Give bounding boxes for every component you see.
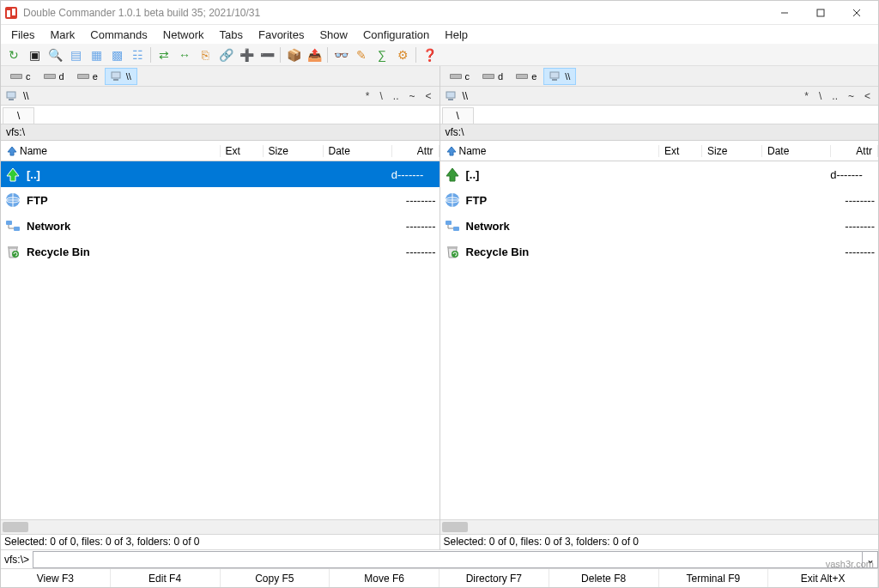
fkey-directory[interactable]: Directory F7	[440, 569, 549, 587]
compare-icon[interactable]: 👓	[331, 45, 350, 64]
left-h-scrollbar[interactable]	[1, 519, 440, 534]
panels: cde\\ \\ * \..~<\vfs:\Name Ext Size Date…	[1, 66, 878, 549]
list-item[interactable]: [..] d-------	[440, 161, 879, 187]
left-location-label[interactable]: vfs:\	[1, 124, 440, 141]
menu-favorites[interactable]: Favorites	[252, 27, 311, 43]
close-button[interactable]	[839, 2, 875, 24]
left-drive-c[interactable]: c	[4, 68, 37, 85]
svg-rect-33	[446, 92, 455, 98]
right-drive-d[interactable]: d	[476, 68, 509, 85]
left-tab[interactable]: \	[3, 107, 34, 124]
path-text[interactable]: \\	[463, 90, 469, 102]
col-size[interactable]: Size	[702, 145, 762, 157]
fkey-view[interactable]: View F3	[1, 569, 111, 587]
nav-btn-2[interactable]: ~	[406, 90, 417, 102]
list-item[interactable]: FTP --------	[1, 187, 440, 213]
scroll-left-icon[interactable]	[442, 522, 468, 532]
nav-btn-1[interactable]: ..	[391, 90, 402, 102]
list-item[interactable]: Network --------	[440, 213, 879, 239]
fkey-copy[interactable]: Copy F5	[221, 569, 330, 587]
col-ext[interactable]: Ext	[221, 145, 264, 157]
list-item[interactable]: Recycle Bin --------	[440, 239, 879, 264]
unpack-icon[interactable]: 📤	[305, 45, 324, 64]
brief-view-icon[interactable]: ▤	[66, 45, 85, 64]
minimize-button[interactable]	[767, 2, 803, 24]
add-icon[interactable]: ➕	[237, 45, 256, 64]
menu-help[interactable]: Help	[438, 27, 475, 43]
svg-rect-10	[45, 75, 55, 78]
list-item[interactable]: Recycle Bin --------	[1, 239, 440, 264]
left-drive-netnet[interactable]: \\	[105, 68, 137, 85]
list-item[interactable]: Network --------	[1, 213, 440, 239]
nav-btn-3[interactable]: <	[422, 90, 433, 102]
right-location-label[interactable]: vfs:\	[440, 124, 879, 141]
nav-btn-0[interactable]: \	[377, 90, 385, 102]
list-item[interactable]: [..] d-------	[1, 161, 440, 187]
nav-btn-2[interactable]: ~	[846, 90, 857, 102]
left-file-list[interactable]: [..] d-------FTP --------Network -------…	[1, 161, 440, 519]
help-icon[interactable]: ❓	[420, 45, 439, 64]
right-tab[interactable]: \	[442, 107, 474, 124]
window-title: Double Commander 1.0.1 beta build 35; 20…	[23, 7, 767, 19]
sync-icon[interactable]: ⇄	[155, 45, 173, 64]
col-attr[interactable]: Attr	[831, 145, 878, 157]
col-date[interactable]: Date	[324, 145, 392, 157]
up-icon	[4, 166, 21, 183]
command-input[interactable]	[33, 551, 863, 568]
menu-files[interactable]: Files	[4, 27, 41, 43]
col-date[interactable]: Date	[762, 145, 831, 157]
menu-commands[interactable]: Commands	[83, 27, 154, 43]
nav-btn-0[interactable]: \	[816, 90, 824, 102]
fkey-edit[interactable]: Edit F4	[111, 569, 221, 587]
fkey-exit[interactable]: Exit Alt+X	[768, 569, 878, 587]
link-icon[interactable]: 🔗	[216, 45, 235, 64]
calc-icon[interactable]: ∑	[373, 45, 391, 64]
col-name[interactable]: Name	[1, 145, 221, 157]
col-name[interactable]: Name	[440, 145, 660, 157]
col-size[interactable]: Size	[264, 145, 324, 157]
pack-icon[interactable]: 📦	[284, 45, 303, 64]
search-icon[interactable]: 🔍	[45, 45, 64, 64]
col-ext[interactable]: Ext	[659, 145, 702, 157]
fkey-delete[interactable]: Delete F8	[549, 569, 659, 587]
settings-icon[interactable]: ⚙	[393, 45, 412, 64]
menu-configuration[interactable]: Configuration	[356, 27, 436, 43]
right-drive-c[interactable]: c	[444, 68, 476, 85]
nav-btn-3[interactable]: <	[862, 90, 873, 102]
col-attr[interactable]: Attr	[392, 145, 440, 157]
multi-rename-icon[interactable]: ✎	[352, 45, 371, 64]
fkey-move[interactable]: Move F6	[330, 569, 440, 587]
right-drive-e[interactable]: e	[510, 68, 543, 85]
terminal-icon[interactable]: ▣	[25, 45, 44, 64]
favorite-star-icon[interactable]: *	[363, 90, 373, 102]
list-item[interactable]: FTP --------	[440, 187, 879, 213]
fkey-terminal[interactable]: Terminal F9	[659, 569, 769, 587]
scroll-left-icon[interactable]	[3, 522, 28, 532]
tree-icon[interactable]: ☷	[128, 45, 147, 64]
right-tabstrip: \	[440, 106, 879, 124]
item-attr: --------	[392, 194, 440, 207]
copy-icon[interactable]: ⎘	[196, 45, 215, 64]
menu-mark[interactable]: Mark	[43, 27, 82, 43]
menu-show[interactable]: Show	[312, 27, 355, 43]
item-name: [..]	[466, 168, 480, 181]
thumb-view-icon[interactable]: ▩	[107, 45, 126, 64]
left-drive-d[interactable]: d	[38, 68, 70, 85]
refresh-icon[interactable]: ↻	[4, 45, 23, 64]
remove-icon[interactable]: ➖	[258, 45, 276, 64]
svg-rect-28	[483, 75, 494, 78]
favorite-star-icon[interactable]: *	[802, 90, 811, 102]
menu-tabs[interactable]: Tabs	[213, 27, 250, 43]
full-view-icon[interactable]: ▦	[87, 45, 106, 64]
left-drive-e[interactable]: e	[71, 68, 104, 85]
nav-btn-1[interactable]: ..	[829, 90, 840, 102]
right-h-scrollbar[interactable]	[440, 519, 879, 534]
swap-icon[interactable]: ↔	[175, 45, 194, 64]
maximize-button[interactable]	[803, 2, 839, 24]
svg-rect-4	[817, 9, 824, 16]
command-line: vfs:\> ⌄	[1, 549, 878, 568]
menu-network[interactable]: Network	[156, 27, 211, 43]
right-drive-netnet[interactable]: \\	[543, 68, 576, 85]
path-text[interactable]: \\	[23, 90, 29, 102]
right-file-list[interactable]: [..] d-------FTP --------Network -------…	[440, 161, 879, 519]
